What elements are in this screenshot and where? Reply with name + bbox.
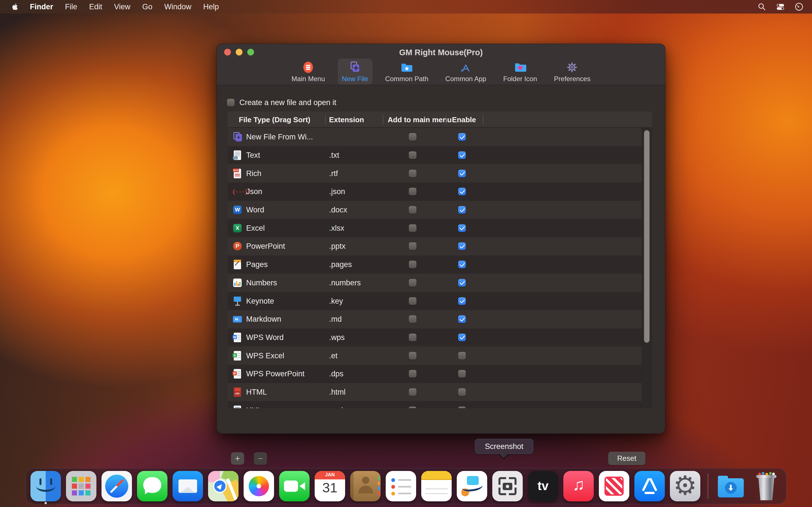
title-bar[interactable]: GM Right Mouse(Pro) bbox=[217, 44, 665, 59]
dock-item[interactable]: tv bbox=[528, 471, 558, 501]
enable-checkbox[interactable] bbox=[458, 188, 466, 195]
table-row[interactable]: RTF Rich .rtf bbox=[227, 164, 642, 182]
tab-common-path[interactable]: Common Path bbox=[381, 59, 433, 84]
dock-app-icon[interactable]: ♫ bbox=[563, 471, 594, 501]
enable-checkbox[interactable] bbox=[458, 370, 466, 378]
dock-app-icon[interactable] bbox=[751, 471, 781, 501]
dock-app-icon[interactable] bbox=[208, 471, 239, 501]
dock-app-icon[interactable] bbox=[635, 471, 665, 501]
apple-menu-icon[interactable] bbox=[11, 3, 18, 11]
dock-app-icon[interactable] bbox=[492, 471, 523, 501]
create-file-checkbox[interactable] bbox=[227, 99, 235, 107]
enable-checkbox[interactable] bbox=[458, 170, 466, 177]
scrollbar-thumb[interactable] bbox=[644, 130, 650, 343]
table-row[interactable]: W WPS Word .wps bbox=[227, 328, 642, 347]
dock-app-icon[interactable]: JAN31 bbox=[315, 471, 345, 501]
dock-app-icon[interactable]: tv bbox=[528, 471, 558, 501]
add-to-main-menu-checkbox[interactable] bbox=[409, 224, 416, 232]
dock-item[interactable] bbox=[101, 471, 132, 501]
table-row[interactable]: P PowerPoint .pptx bbox=[227, 237, 642, 256]
add-to-main-menu-checkbox[interactable] bbox=[409, 170, 416, 177]
add-to-main-menu-checkbox[interactable] bbox=[409, 188, 416, 195]
dock-app-icon[interactable] bbox=[279, 471, 310, 501]
dock-app-icon[interactable] bbox=[31, 471, 61, 501]
dock-app-icon[interactable] bbox=[716, 471, 746, 501]
dock-item[interactable] bbox=[31, 471, 61, 501]
remove-row-button[interactable]: − bbox=[254, 452, 267, 465]
tab-folder-icon[interactable]: Folder Icon bbox=[499, 59, 541, 84]
dock-app-icon[interactable] bbox=[457, 471, 487, 501]
column-header-file-type[interactable]: File Type (Drag Sort) bbox=[239, 112, 310, 128]
search-icon[interactable] bbox=[757, 2, 766, 11]
tab-new-file[interactable]: New File bbox=[338, 59, 372, 84]
enable-checkbox[interactable] bbox=[458, 388, 466, 396]
dock-app-icon[interactable] bbox=[386, 471, 416, 501]
add-to-main-menu-checkbox[interactable] bbox=[409, 370, 416, 378]
table-row[interactable]: W Word .docx bbox=[227, 201, 642, 219]
table-row[interactable]: Pages .pages bbox=[227, 256, 642, 274]
add-to-main-menu-checkbox[interactable] bbox=[409, 133, 416, 141]
table-row[interactable]: XML .xml bbox=[227, 401, 642, 408]
reset-button[interactable]: Reset bbox=[608, 452, 645, 465]
add-to-main-menu-checkbox[interactable] bbox=[409, 279, 416, 286]
add-to-main-menu-checkbox[interactable] bbox=[409, 334, 416, 341]
menu-item[interactable]: Edit bbox=[89, 3, 102, 11]
table-row[interactable]: </> HTML .html bbox=[227, 383, 642, 401]
dock-item[interactable] bbox=[599, 471, 629, 501]
dock-item[interactable] bbox=[635, 471, 665, 501]
dock-item[interactable] bbox=[716, 471, 746, 501]
dock-app-icon[interactable] bbox=[599, 471, 629, 501]
add-to-main-menu-checkbox[interactable] bbox=[409, 406, 416, 408]
dock-item[interactable] bbox=[66, 471, 96, 501]
dock-app-icon[interactable] bbox=[421, 471, 452, 501]
add-row-button[interactable]: + bbox=[231, 452, 244, 465]
dock-item[interactable] bbox=[172, 471, 203, 501]
dock-item[interactable] bbox=[279, 471, 310, 501]
enable-checkbox[interactable] bbox=[458, 352, 466, 359]
column-header-extension[interactable]: Extension bbox=[329, 112, 364, 128]
enable-checkbox[interactable] bbox=[458, 297, 466, 305]
table-row[interactable]: Keynote .key bbox=[227, 292, 642, 310]
tab-main-menu[interactable]: Main Menu bbox=[287, 59, 329, 84]
table-row[interactable]: P WPS PowerPoint .dps bbox=[227, 365, 642, 383]
dock-item[interactable]: JAN31 bbox=[315, 471, 345, 501]
dock-item[interactable] bbox=[457, 471, 487, 501]
add-to-main-menu-checkbox[interactable] bbox=[409, 316, 416, 323]
enable-checkbox[interactable] bbox=[458, 279, 466, 286]
dock-item[interactable] bbox=[208, 471, 239, 501]
add-to-main-menu-checkbox[interactable] bbox=[409, 352, 416, 359]
table-row[interactable]: {···} Json .json bbox=[227, 182, 642, 201]
dock-app-icon[interactable] bbox=[101, 471, 132, 501]
enable-checkbox[interactable] bbox=[458, 334, 466, 341]
add-to-main-menu-checkbox[interactable] bbox=[409, 388, 416, 396]
dock-app-icon[interactable] bbox=[350, 471, 380, 501]
menu-item[interactable]: File bbox=[65, 3, 78, 11]
add-to-main-menu-checkbox[interactable] bbox=[409, 152, 416, 159]
dock-item[interactable]: ♫ bbox=[563, 471, 594, 501]
dock-item[interactable] bbox=[421, 471, 452, 501]
table-row[interactable]: M↓ Markdown .md bbox=[227, 310, 642, 328]
menu-item[interactable]: Finder bbox=[30, 3, 53, 11]
enable-checkbox[interactable] bbox=[458, 206, 466, 214]
dock-item[interactable] bbox=[137, 471, 167, 501]
enable-checkbox[interactable] bbox=[458, 224, 466, 232]
column-header-add-to-main-menu[interactable]: Add to main menu bbox=[388, 112, 452, 128]
add-to-main-menu-checkbox[interactable] bbox=[409, 297, 416, 305]
tab-common-app[interactable]: Common App bbox=[441, 59, 490, 84]
dock-app-icon[interactable]: ⚙ bbox=[670, 471, 700, 501]
table-row[interactable]: Text .txt bbox=[227, 146, 642, 165]
enable-checkbox[interactable] bbox=[458, 242, 466, 250]
table-row[interactable]: S WPS Excel .et bbox=[227, 346, 642, 365]
menu-item[interactable]: Window bbox=[164, 3, 192, 11]
dock-item[interactable] bbox=[705, 471, 711, 501]
dock-item[interactable] bbox=[751, 471, 781, 501]
add-to-main-menu-checkbox[interactable] bbox=[409, 261, 416, 269]
tab-preferences[interactable]: Preferences bbox=[550, 59, 595, 84]
clock-icon[interactable] bbox=[795, 2, 804, 11]
menu-item[interactable]: Go bbox=[142, 3, 153, 11]
table-row[interactable]: Numbers .numbers bbox=[227, 274, 642, 292]
dock-app-icon[interactable] bbox=[172, 471, 203, 501]
dock-item[interactable] bbox=[386, 471, 416, 501]
enable-checkbox[interactable] bbox=[458, 261, 466, 269]
dock-app-icon[interactable] bbox=[244, 471, 274, 501]
